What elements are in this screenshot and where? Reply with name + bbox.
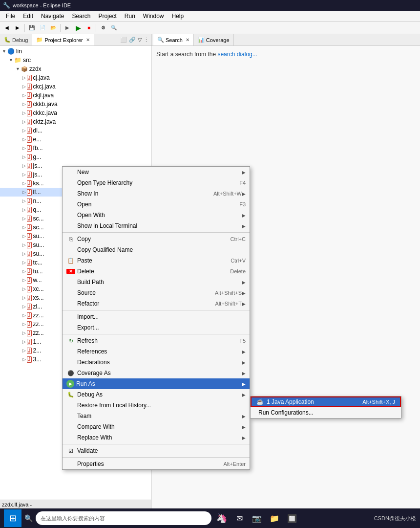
cm-validate[interactable]: ☑ Validate — [63, 445, 250, 456]
java-file-icon: J — [27, 330, 32, 336]
pe-tab-actions: ⬜ 🔗 ▽ ⋮ — [119, 37, 151, 43]
tab-project-explorer[interactable]: 📁 Project Explorer ✕ — [32, 34, 94, 45]
link-with-editor-icon[interactable]: 🔗 — [128, 37, 137, 43]
sm-run-configs[interactable]: Run Configurations... — [251, 407, 401, 418]
close-icon[interactable]: ✕ — [86, 37, 90, 43]
cm-import[interactable]: Import... — [63, 311, 250, 322]
tree-label: w... — [33, 277, 42, 284]
search-tab-close[interactable]: ✕ — [186, 37, 189, 43]
cm-sep4 — [63, 444, 250, 444]
project-explorer-tabbar: 🐛 Debug 📁 Project Explorer ✕ ⬜ 🔗 ▽ ⋮ — [0, 34, 151, 46]
tree-label: su... — [33, 250, 44, 257]
cm-replace-with[interactable]: Replace With ▶ — [63, 432, 250, 443]
cm-show-in[interactable]: Show In Alt+Shift+W ▶ — [63, 188, 250, 199]
tree-item-cktz[interactable]: ▷ J cktz.java — [0, 117, 151, 126]
tree-item-cj[interactable]: ▷ J cj.java — [0, 73, 151, 82]
menu-edit[interactable]: Edit — [19, 11, 37, 21]
tree-item-ckcj[interactable]: ▷ J ckcj.java — [0, 82, 151, 91]
menu-run[interactable]: Run — [121, 11, 139, 21]
cm-new-arrow: ▶ — [242, 170, 246, 175]
cm-compare-with[interactable]: Compare With ▶ — [63, 421, 250, 432]
cm-export[interactable]: Export... — [63, 322, 250, 333]
taskbar-app-icon[interactable]: 🔲 — [285, 511, 299, 526]
tab-search[interactable]: 🔍 Search ✕ — [153, 34, 194, 45]
toolbar-misc1[interactable]: ⚙ — [98, 23, 108, 33]
search-tab-icon: 🔍 — [157, 37, 164, 43]
tree-item-ckkb[interactable]: ▷ J ckkb.java — [0, 100, 151, 109]
taskbar-camera-icon[interactable]: 📷 — [250, 511, 264, 526]
toolbar-save[interactable]: 💾 — [27, 23, 37, 33]
cm-properties[interactable]: Properties Alt+Enter — [63, 459, 250, 469]
cm-copy-label: Copy — [77, 236, 221, 242]
menu-window[interactable]: Window — [139, 11, 168, 21]
cm-restore-local[interactable]: Restore from Local History... — [63, 400, 250, 411]
cm-refactor[interactable]: Refactor Alt+Shift+T ▶ — [63, 298, 250, 309]
more-icon[interactable]: ⋮ — [143, 37, 150, 43]
tree-item-e[interactable]: ▷ J e... — [0, 135, 151, 144]
cm-paste-icon: 📋 — [66, 258, 75, 264]
cm-run-as[interactable]: ▶ Run As ▶ — [63, 378, 250, 389]
toolbar-run[interactable]: ▶ — [73, 23, 83, 33]
titlebar: 🔧 workspace - Eclipse IDE — [0, 0, 420, 11]
start-button[interactable]: ⊞ — [4, 509, 21, 527]
menu-file[interactable]: File — [2, 11, 19, 21]
cm-new[interactable]: New ▶ — [63, 167, 250, 177]
menu-search[interactable]: Search — [68, 11, 94, 21]
cm-open[interactable]: Open F3 — [63, 199, 250, 210]
tree-item-dl[interactable]: ▷ J dl... — [0, 126, 151, 135]
arrow-icon: ▷ — [22, 304, 26, 309]
menu-help[interactable]: Help — [168, 11, 188, 21]
cm-declarations[interactable]: Declarations ▶ — [63, 357, 250, 368]
tree-item-ckkc[interactable]: ▷ J ckkc.java — [0, 109, 151, 117]
toolbar-debug[interactable]: ▶ — [63, 23, 72, 33]
toolbar-fwd[interactable]: ▶ — [13, 23, 22, 33]
arrow-icon: ▷ — [22, 295, 26, 300]
cm-copy-qualified[interactable]: Copy Qualified Name — [63, 244, 250, 255]
cm-refresh[interactable]: ↻ Refresh F5 — [63, 335, 250, 346]
toolbar-sep3 — [96, 24, 96, 32]
view-menu-icon[interactable]: ▽ — [137, 37, 143, 43]
sm-java-app-icon: ☕ — [256, 398, 264, 405]
cm-coverage-as[interactable]: ⚫ Coverage As ▶ — [63, 368, 250, 378]
menu-navigate[interactable]: Navigate — [37, 11, 68, 21]
search-dialog-link[interactable]: search dialog... — [217, 51, 257, 58]
context-menu: New ▶ Open Type Hierarchy F4 Show In Alt… — [62, 166, 250, 470]
tab-coverage[interactable]: 📊 Coverage — [194, 34, 234, 45]
toolbar-open[interactable]: 📂 — [48, 23, 58, 33]
cm-ow-arrow: ▶ — [242, 213, 246, 218]
cm-references[interactable]: References ▶ — [63, 346, 250, 357]
taskbar-folder-icon[interactable]: 📁 — [267, 511, 282, 526]
sm-java-app[interactable]: ☕ 1 Java Application Alt+Shift+X, J — [251, 396, 401, 407]
cm-paste[interactable]: 📋 Paste Ctrl+V — [63, 255, 250, 266]
taskbar-search-placeholder: 在这里输入你要搜索的内容 — [41, 515, 105, 522]
toolbar-new[interactable]: 📄 — [38, 23, 47, 33]
toolbar-misc2[interactable]: 🔍 — [109, 23, 119, 33]
cm-team[interactable]: Team ▶ — [63, 411, 250, 421]
cm-build-path[interactable]: Build Path ▶ — [63, 277, 250, 287]
collapse-all-icon[interactable]: ⬜ — [119, 37, 128, 43]
tree-item-zzdx[interactable]: ▼ 📦 zzdx — [0, 65, 151, 73]
cm-open-with[interactable]: Open With ▶ — [63, 210, 250, 220]
taskbar-mail-icon[interactable]: ✉ — [232, 511, 247, 526]
menu-project[interactable]: Project — [94, 11, 120, 21]
cm-debug-as[interactable]: 🐛 Debug As ▶ — [63, 389, 250, 400]
tree-item-src[interactable]: ▼ 📁 src — [0, 56, 151, 65]
arrow-icon: ▷ — [22, 242, 26, 247]
tab-debug[interactable]: 🐛 Debug — [0, 34, 32, 45]
cm-delete-shortcut: Delete — [230, 268, 246, 274]
cm-copy[interactable]: ⎘ Copy Ctrl+C — [63, 234, 250, 244]
toolbar-back[interactable]: ◀ — [2, 23, 12, 33]
cm-delete[interactable]: ✕ Delete Delete — [63, 266, 250, 277]
tree-item-g[interactable]: ▷ J g... — [0, 153, 151, 161]
tree-item-lin[interactable]: ▼ 🔵 lin — [0, 47, 151, 56]
cm-source[interactable]: Source Alt+Shift+S ▶ — [63, 287, 250, 298]
java-file-icon: J — [27, 101, 32, 108]
java-file-icon: J — [27, 145, 32, 152]
toolbar-stop[interactable]: ■ — [84, 23, 94, 33]
cm-show-local-terminal[interactable]: Show in Local Terminal ▶ — [63, 220, 250, 231]
arrow-icon: ▼ — [9, 58, 13, 63]
tree-item-fb[interactable]: ▷ J fb... — [0, 144, 151, 153]
tree-item-ckjl[interactable]: ▷ J ckjl.java — [0, 91, 151, 100]
cm-open-type-hierarchy[interactable]: Open Type Hierarchy F4 — [63, 177, 250, 188]
taskbar-search-box[interactable]: 在这里输入你要搜索的内容 — [36, 511, 211, 525]
